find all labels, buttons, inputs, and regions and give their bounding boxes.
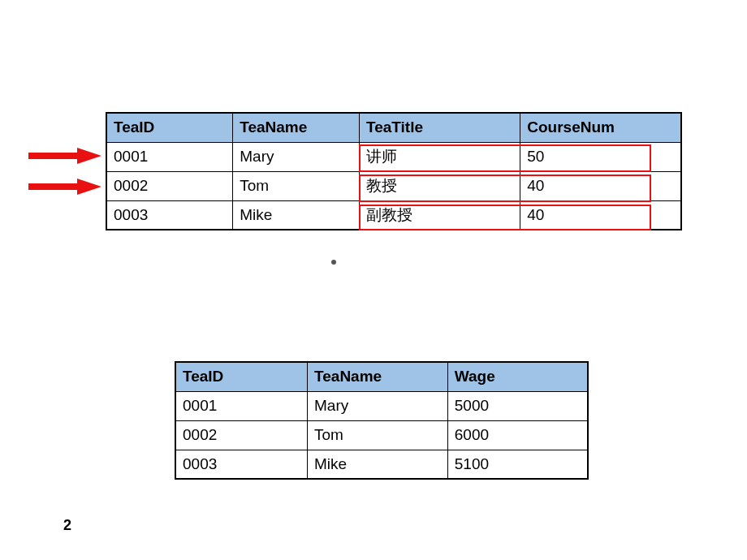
table-header-row: TeaID TeaName Wage: [175, 362, 588, 391]
cell: 0002: [106, 171, 233, 200]
table-row: 0001 Mary 讲师 50: [106, 142, 681, 171]
arrow-indicator-row2: [28, 177, 101, 196]
cell: Tom: [233, 171, 360, 200]
svg-marker-1: [28, 179, 101, 195]
table-row: 0002 Tom 教授 40: [106, 171, 681, 200]
cell: Mary: [308, 391, 448, 420]
cell: 6000: [447, 420, 588, 450]
cell: 0003: [106, 200, 233, 230]
col-header: TeaTitle: [360, 113, 520, 142]
decorative-dot: [331, 260, 336, 265]
col-header: Wage: [447, 362, 588, 391]
cell: Mary: [233, 142, 360, 171]
cell: 教授: [360, 171, 520, 200]
table-wages: TeaID TeaName Wage 0001 Mary 5000 0002 T…: [175, 361, 589, 480]
col-header: TeaID: [106, 113, 233, 142]
cell: 50: [520, 142, 681, 171]
cell: 5000: [447, 391, 588, 420]
cell: 40: [520, 171, 681, 200]
cell: 0002: [175, 420, 308, 450]
cell: 0003: [175, 450, 308, 479]
col-header: TeaID: [175, 362, 308, 391]
table-header-row: TeaID TeaName TeaTitle CourseNum: [106, 113, 681, 142]
cell: 0001: [175, 391, 308, 420]
table-teachers: TeaID TeaName TeaTitle CourseNum 0001 Ma…: [106, 112, 682, 230]
table-row: 0003 Mike 5100: [175, 450, 588, 479]
table-row: 0001 Mary 5000: [175, 391, 588, 420]
cell: 40: [520, 200, 681, 230]
col-header: CourseNum: [520, 113, 681, 142]
cell: Tom: [308, 420, 448, 450]
cell: Mike: [233, 200, 360, 230]
cell: 副教授: [360, 200, 520, 230]
col-header: TeaName: [308, 362, 448, 391]
cell: 0001: [106, 142, 233, 171]
cell: Mike: [308, 450, 448, 479]
table-row: 0003 Mike 副教授 40: [106, 200, 681, 230]
cell: 讲师: [360, 142, 520, 171]
svg-marker-0: [28, 148, 101, 164]
cell: 5100: [447, 450, 588, 479]
page-number: 2: [63, 517, 71, 534]
table-row: 0002 Tom 6000: [175, 420, 588, 450]
col-header: TeaName: [233, 113, 360, 142]
arrow-indicator-row1: [28, 146, 101, 166]
